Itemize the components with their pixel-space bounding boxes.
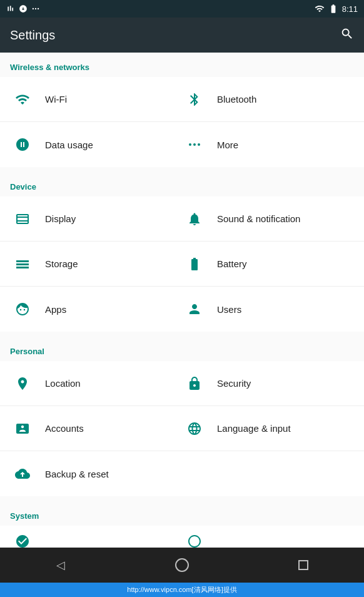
back-button[interactable]: ◁: [42, 558, 79, 572]
sound-label: Sound & notification: [217, 213, 300, 224]
status-bar: 8:11: [0, 0, 364, 18]
row-storage-battery[interactable]: Storage Battery: [0, 242, 364, 287]
wifi-label: Wi-Fi: [45, 94, 67, 105]
svg-point-8: [198, 143, 200, 146]
svg-point-7: [193, 143, 196, 146]
battery-status-icon: [328, 4, 338, 14]
svg-rect-1: [10, 6, 11, 11]
notification-icon: [6, 4, 15, 13]
more-item[interactable]: More: [182, 132, 354, 157]
section-header-device: Device: [0, 172, 364, 196]
section-wireless: Wireless & networks Wi-Fi: [0, 53, 364, 167]
time-display: 8:11: [342, 4, 358, 14]
svg-point-6: [189, 143, 191, 146]
system-item-2[interactable]: [182, 529, 354, 548]
svg-rect-2: [12, 8, 13, 11]
users-item[interactable]: Users: [182, 297, 354, 322]
display-item[interactable]: Display: [10, 207, 182, 232]
svg-rect-0: [8, 7, 9, 11]
settings-content: Wireless & networks Wi-Fi: [0, 53, 364, 548]
battery-icon: [182, 252, 207, 277]
svg-point-4: [35, 8, 36, 9]
home-button[interactable]: [163, 558, 201, 572]
accounts-item[interactable]: Accounts: [10, 416, 182, 441]
data-usage-label: Data usage: [45, 140, 93, 150]
bottom-nav: ◁: [0, 548, 364, 583]
data-usage-icon: [10, 132, 35, 157]
row-apps-users[interactable]: Apps Users: [0, 287, 364, 332]
row-location-security[interactable]: Location Security: [0, 361, 364, 406]
more-label: More: [217, 140, 238, 150]
security-icon: [182, 371, 207, 396]
display-label: Display: [45, 213, 76, 224]
row-system-partial[interactable]: [0, 526, 364, 548]
accounts-icon: [10, 416, 35, 441]
device-group: Display Sound & notification: [0, 196, 364, 332]
svg-point-3: [33, 8, 34, 9]
watermark: http://www.vipcn.com[清风网络]提供: [0, 583, 364, 597]
section-system: System: [0, 501, 364, 548]
bluetooth-item[interactable]: Bluetooth: [182, 87, 354, 112]
users-icon: [182, 297, 207, 322]
location-icon: [10, 371, 35, 396]
row-data-more[interactable]: Data usage More: [0, 122, 364, 167]
battery-item[interactable]: Battery: [182, 252, 354, 277]
users-label: Users: [217, 304, 241, 315]
system-icon-2: [182, 529, 207, 548]
status-bar-left: [6, 4, 40, 13]
empty-col: [182, 461, 354, 486]
location-item[interactable]: Location: [10, 371, 182, 396]
security-label: Security: [217, 378, 251, 389]
language-label: Language & input: [217, 423, 291, 434]
section-personal: Personal Location: [0, 337, 364, 496]
wifi-status-icon: [315, 4, 325, 14]
svg-point-5: [38, 8, 39, 9]
display-icon: [10, 207, 35, 232]
section-device: Device Display: [0, 172, 364, 332]
section-header-wireless: Wireless & networks: [0, 53, 364, 77]
search-button[interactable]: [340, 27, 354, 44]
personal-group: Location Security: [0, 361, 364, 496]
row-backup[interactable]: Backup & reset: [0, 451, 364, 496]
storage-icon: [10, 252, 35, 277]
wifi-item[interactable]: Wi-Fi: [10, 87, 182, 112]
sound-icon: [182, 207, 207, 232]
recent-button[interactable]: [285, 560, 322, 570]
apps-item[interactable]: Apps: [10, 297, 182, 322]
row-accounts-language[interactable]: Accounts Language & input: [0, 406, 364, 451]
language-item[interactable]: Language & input: [182, 416, 354, 441]
storage-label: Storage: [45, 258, 78, 269]
page-title: Settings: [10, 28, 55, 43]
backup-item[interactable]: Backup & reset: [10, 461, 182, 486]
bluetooth-icon: [182, 87, 207, 112]
section-header-system: System: [0, 501, 364, 526]
security-item[interactable]: Security: [182, 371, 354, 396]
section-header-personal: Personal: [0, 337, 364, 361]
data-usage-item[interactable]: Data usage: [10, 132, 182, 157]
bluetooth-label: Bluetooth: [217, 94, 256, 105]
more-dots-icon: [31, 4, 40, 13]
download-icon: [19, 4, 28, 13]
row-display-sound[interactable]: Display Sound & notification: [0, 196, 364, 242]
backup-label: Backup & reset: [45, 469, 109, 479]
system-group: [0, 526, 364, 548]
location-label: Location: [45, 378, 81, 389]
storage-item[interactable]: Storage: [10, 252, 182, 277]
system-item-1[interactable]: [10, 529, 182, 548]
more-icon: [182, 132, 207, 157]
apps-label: Apps: [45, 304, 66, 315]
status-bar-right: 8:11: [315, 4, 358, 14]
wifi-icon: [10, 87, 35, 112]
accounts-label: Accounts: [45, 423, 84, 434]
backup-icon: [10, 461, 35, 486]
apps-icon: [10, 297, 35, 322]
toolbar: Settings: [0, 18, 364, 53]
system-icon-1: [10, 529, 35, 548]
row-wifi-bluetooth[interactable]: Wi-Fi Bluetooth: [0, 77, 364, 122]
wireless-group: Wi-Fi Bluetooth: [0, 77, 364, 167]
battery-label: Battery: [217, 258, 247, 269]
language-icon: [182, 416, 207, 441]
sound-item[interactable]: Sound & notification: [182, 207, 354, 232]
